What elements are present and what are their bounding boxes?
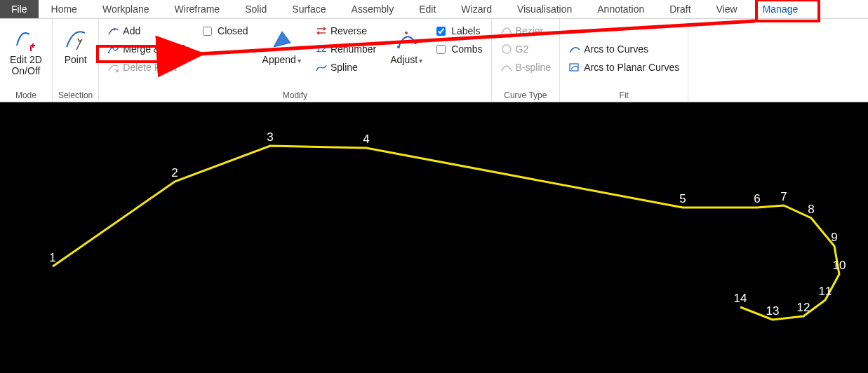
svg-text:12: 12 [316, 43, 327, 54]
ribbon-group-modify: Add Merge & Spline Delete Point [99, 19, 491, 102]
point-label-13: 13 [766, 304, 780, 318]
menu-manage[interactable]: Manage [750, 0, 811, 18]
combs-label: Combs [451, 43, 482, 55]
adjust-icon [394, 25, 418, 54]
closed-label: Closed [218, 25, 248, 36]
renumber-icon: 12 [315, 43, 328, 55]
combs-checkbox-row[interactable]: Combs [434, 40, 485, 58]
arcs-label: Arcs to Curves [584, 43, 648, 55]
append-label: Append [262, 54, 301, 65]
g2-button: G2 [498, 40, 554, 58]
combs-checkbox[interactable] [436, 45, 446, 54]
bspline-button: B-spline [498, 58, 554, 76]
group-label-curve: Curve Type [504, 90, 547, 100]
merge-spline-button[interactable]: Merge & Spline [105, 40, 193, 58]
group-label-selection: Selection [58, 90, 93, 100]
add-icon [107, 25, 120, 37]
menu-file[interactable]: File [0, 0, 39, 18]
point-button[interactable]: Point [59, 22, 93, 65]
add-button[interactable]: Add [105, 22, 193, 40]
menu-draft[interactable]: Draft [657, 0, 703, 18]
edit2d-icon [14, 25, 38, 54]
point-label-3: 3 [267, 130, 273, 144]
adjust-label: Adjust [390, 54, 422, 65]
spline-label: Spline [330, 62, 358, 73]
menu-workplane[interactable]: Workplane [90, 0, 162, 18]
spline-button[interactable]: Spline [312, 58, 379, 76]
ribbon-group-curve: Bezier G2 B-spline Curve Type [492, 19, 561, 102]
adjust-button[interactable]: Adjust [386, 22, 427, 65]
point-label-12: 12 [797, 301, 810, 315]
point-label-5: 5 [679, 192, 686, 206]
group-label-modify: Modify [283, 90, 307, 100]
menubar: File Home Workplane Wireframe Solid Surf… [0, 0, 868, 19]
bezier-label: Bezier [516, 25, 544, 36]
viewport-3d[interactable]: 1234567891011121314 [0, 102, 868, 373]
reverse-icon [315, 25, 328, 37]
point-label-14: 14 [734, 292, 747, 306]
curve-geometry [0, 102, 868, 373]
menu-wizard[interactable]: Wizard [448, 0, 505, 18]
point-label-9: 9 [831, 231, 837, 245]
svg-point-6 [414, 41, 417, 44]
renumber-button[interactable]: 12 Renumber [312, 40, 379, 58]
reverse-label: Reverse [330, 25, 367, 36]
point-label-6: 6 [754, 192, 760, 206]
menu-surface[interactable]: Surface [279, 0, 338, 18]
point-label-1: 1 [49, 251, 55, 265]
group-label-mode: Mode [15, 90, 36, 100]
point-label-8: 8 [808, 203, 814, 217]
group-label-fit: Fit [620, 90, 629, 100]
menu-assembly[interactable]: Assembly [339, 0, 407, 18]
point-label-2: 2 [171, 166, 178, 180]
closed-checkbox-row[interactable]: Closed [200, 22, 251, 40]
delete-icon [107, 61, 120, 74]
point-label-11: 11 [819, 285, 832, 299]
menu-edit[interactable]: Edit [406, 0, 448, 18]
point-label-4: 4 [363, 133, 369, 147]
renumber-label: Renumber [330, 43, 376, 55]
point-icon [64, 25, 88, 54]
menu-wireframe[interactable]: Wireframe [162, 0, 233, 18]
delete-label: Delete Point [123, 62, 176, 73]
menu-annotation[interactable]: Annotation [585, 0, 657, 18]
ribbon-group-mode: Edit 2D On/Off Mode [0, 19, 53, 102]
g2-label: G2 [516, 43, 529, 55]
merge-label: Merge & Spline [123, 43, 190, 55]
edit2d-label: Edit 2D On/Off [10, 54, 42, 76]
arcs-to-curves-button[interactable]: Arcs to Curves [566, 40, 682, 58]
menu-home[interactable]: Home [39, 0, 90, 18]
arcs-planar-button[interactable]: Arcs to Planar Curves [566, 58, 682, 76]
g2-icon [500, 43, 513, 55]
menu-view[interactable]: View [704, 0, 750, 18]
point-label-10: 10 [833, 259, 846, 273]
svg-point-5 [397, 46, 400, 48]
reverse-button[interactable]: Reverse [312, 22, 379, 40]
svg-point-3 [118, 46, 119, 48]
menu-visualisation[interactable]: Visualisation [505, 0, 585, 18]
planar-icon [568, 61, 581, 74]
svg-point-8 [502, 45, 511, 53]
bspline-label: B-spline [516, 62, 552, 73]
menu-solid[interactable]: Solid [232, 0, 279, 18]
point-label: Point [65, 54, 87, 65]
delete-point-button: Delete Point [105, 58, 193, 76]
merge-icon [107, 43, 120, 55]
append-icon [269, 25, 293, 54]
append-button[interactable]: Append [258, 22, 305, 65]
planar-label: Arcs to Planar Curves [584, 62, 679, 73]
bezier-button: Bezier [498, 22, 554, 40]
ribbon: Edit 2D On/Off Mode Point Selection [0, 19, 868, 102]
ribbon-group-fit: Arcs to Curves Arcs to Planar Curves Fit [560, 19, 688, 102]
svg-point-7 [405, 32, 408, 34]
ribbon-group-selection: Point Selection [53, 19, 99, 102]
labels-checkbox-row[interactable]: Labels [434, 22, 485, 40]
labels-checkbox[interactable] [436, 27, 446, 36]
closed-checkbox[interactable] [203, 27, 212, 36]
bezier-icon [500, 25, 513, 37]
arcs-icon [568, 43, 581, 55]
edit2d-button[interactable]: Edit 2D On/Off [6, 22, 46, 76]
add-label: Add [123, 25, 140, 36]
labels-label: Labels [451, 25, 480, 36]
point-label-7: 7 [780, 190, 787, 204]
